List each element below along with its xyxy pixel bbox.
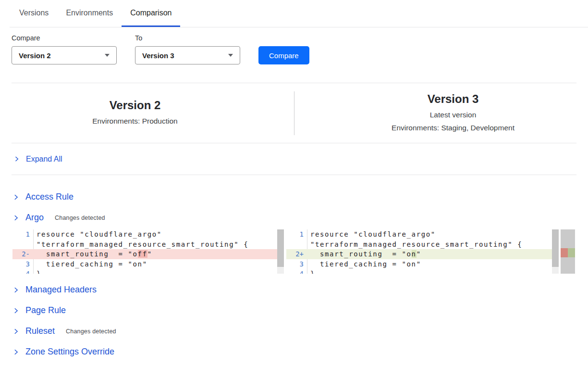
chevron-right-icon bbox=[12, 349, 19, 355]
scrollbar[interactable] bbox=[552, 229, 559, 274]
code-text: smart_routing = "off" bbox=[34, 249, 284, 259]
diff-minimap[interactable] bbox=[561, 229, 575, 274]
version-headers: Version 2 Environments: Production Versi… bbox=[12, 83, 576, 143]
minimap-removed-marker bbox=[561, 248, 568, 257]
code-line-removed: 2- smart_routing = "off" bbox=[12, 249, 284, 259]
code-line: 4 } bbox=[12, 269, 284, 274]
scrollbar-thumb[interactable] bbox=[552, 229, 559, 267]
version-right-title: Version 3 bbox=[330, 92, 576, 106]
changes-detected-badge: Changes detected bbox=[55, 215, 105, 221]
code-line: 4 } bbox=[286, 269, 559, 274]
section-zone-settings-override[interactable]: Zone Settings Override bbox=[12, 341, 588, 362]
code-text: resource "cloudflare_argo" bbox=[307, 229, 559, 240]
code-line: "terraform_managed_resource_smart_routin… bbox=[12, 240, 284, 250]
compare-from-field: Compare Version 2 bbox=[12, 34, 117, 64]
section-label: Zone Settings Override bbox=[25, 347, 114, 357]
section-access-rule[interactable]: Access Rule bbox=[12, 187, 588, 207]
compare-to-select[interactable]: Version 3 bbox=[135, 46, 240, 64]
tab-environments[interactable]: Environments bbox=[57, 0, 122, 27]
changes-detected-badge: Changes detected bbox=[66, 328, 116, 335]
chevron-down-icon bbox=[228, 54, 233, 57]
comparison-page: Versions Environments Comparison Compare… bbox=[0, 0, 588, 379]
section-list: Access Rule Argo Changes detected 1 reso… bbox=[12, 187, 588, 362]
expand-all-label: Expand All bbox=[26, 155, 62, 164]
version-left-environments: Environments: Production bbox=[12, 114, 258, 127]
code-text: } bbox=[307, 269, 559, 274]
code-text: tiered_caching = "on" bbox=[307, 259, 559, 269]
tab-versions[interactable]: Versions bbox=[11, 0, 57, 27]
version-right-header: Version 3 Latest version Environments: S… bbox=[330, 92, 576, 134]
line-number: 3 bbox=[286, 259, 307, 269]
chevron-right-icon bbox=[12, 307, 19, 314]
diff-pane-version3: 1 resource "cloudflare_argo" "terraform_… bbox=[286, 229, 559, 274]
code-line: 3 tiered_caching = "on" bbox=[12, 259, 284, 269]
section-page-rule[interactable]: Page Rule bbox=[12, 300, 588, 321]
chevron-right-icon bbox=[13, 156, 20, 162]
line-number: 3 bbox=[12, 259, 34, 269]
code-line: 3 tiered_caching = "on" bbox=[286, 259, 559, 269]
code-line: "terraform_managed_resource_smart_routin… bbox=[286, 240, 559, 250]
compare-controls: Compare Version 2 To Version 3 Compare bbox=[12, 34, 576, 64]
line-number: 2+ bbox=[286, 249, 307, 259]
section-argo[interactable]: Argo Changes detected bbox=[12, 207, 588, 228]
tab-comparison[interactable]: Comparison bbox=[122, 0, 180, 27]
compare-from-select[interactable]: Version 2 bbox=[12, 46, 117, 64]
header-divider bbox=[294, 91, 294, 135]
line-number: 2- bbox=[12, 249, 34, 259]
line-number: 1 bbox=[12, 229, 34, 240]
line-number bbox=[12, 240, 34, 250]
scrollbar-thumb[interactable] bbox=[277, 229, 284, 267]
scrollbar[interactable] bbox=[277, 229, 284, 274]
chevron-right-icon bbox=[12, 287, 19, 293]
compare-to-field: To Version 3 bbox=[135, 34, 240, 64]
compare-to-value: Version 3 bbox=[142, 51, 174, 60]
section-label: Managed Headers bbox=[25, 285, 97, 295]
tab-bar: Versions Environments Comparison bbox=[10, 0, 588, 27]
compare-button[interactable]: Compare bbox=[258, 46, 309, 64]
code-text: "terraform_managed_resource_smart_routin… bbox=[307, 240, 559, 250]
chevron-down-icon bbox=[105, 54, 110, 57]
compare-from-label: Compare bbox=[12, 34, 117, 42]
line-number: 1 bbox=[286, 229, 307, 240]
diff-pane-version2: 1 resource "cloudflare_argo" "terraform_… bbox=[12, 229, 284, 274]
added-word-highlight: n bbox=[412, 250, 416, 258]
minimap-added-marker bbox=[568, 248, 575, 257]
section-managed-headers[interactable]: Managed Headers bbox=[12, 279, 588, 300]
section-label: Ruleset bbox=[25, 326, 55, 336]
argo-diff-viewer: 1 resource "cloudflare_argo" "terraform_… bbox=[12, 229, 588, 274]
compare-to-label: To bbox=[135, 34, 240, 42]
version-left-header: Version 2 Environments: Production bbox=[12, 99, 258, 127]
tab-list: Versions Environments Comparison bbox=[11, 0, 588, 27]
code-line-added: 2+ smart_routing = "on" bbox=[286, 249, 559, 259]
code-text: "terraform_managed_resource_smart_routin… bbox=[34, 240, 284, 250]
line-number bbox=[286, 240, 307, 250]
code-text: } bbox=[34, 269, 284, 274]
chevron-right-icon bbox=[12, 328, 19, 335]
chevron-right-icon bbox=[12, 215, 19, 221]
line-number: 4 bbox=[12, 269, 34, 274]
line-number: 4 bbox=[286, 269, 307, 274]
code-line: 1 resource "cloudflare_argo" bbox=[286, 229, 559, 240]
removed-word-highlight: ff bbox=[138, 250, 147, 258]
code-text: smart_routing = "on" bbox=[307, 249, 559, 259]
expand-all-button[interactable]: Expand All bbox=[12, 143, 576, 175]
code-line: 1 resource "cloudflare_argo" bbox=[12, 229, 284, 240]
compare-from-value: Version 2 bbox=[19, 51, 51, 60]
section-label: Page Rule bbox=[25, 305, 66, 316]
code-text: tiered_caching = "on" bbox=[34, 259, 284, 269]
code-text: resource "cloudflare_argo" bbox=[34, 229, 284, 240]
section-label: Access Rule bbox=[25, 192, 74, 202]
section-label: Argo bbox=[25, 213, 44, 223]
section-ruleset[interactable]: Ruleset Changes detected bbox=[12, 321, 588, 341]
chevron-right-icon bbox=[12, 194, 19, 201]
version-left-title: Version 2 bbox=[12, 99, 258, 112]
version-right-environments: Environments: Staging, Development bbox=[330, 121, 576, 134]
version-right-subtitle: Latest version bbox=[330, 108, 576, 121]
